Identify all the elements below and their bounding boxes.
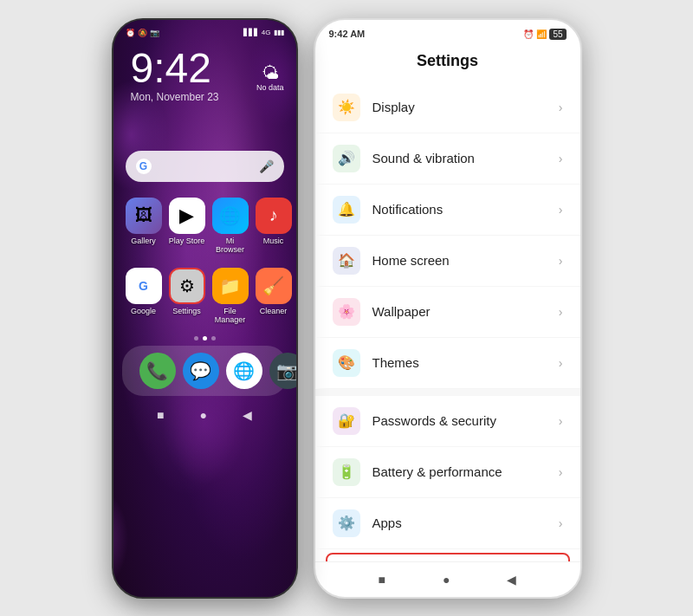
settings-section-1: ☀️ Display › 🔊 Sound & vibration › 🔔 Not… <box>315 82 580 389</box>
apps-chevron: › <box>559 516 563 530</box>
settings-page-title: Settings <box>315 43 580 82</box>
themes-icon: 🎨 <box>333 349 360 377</box>
dock-camera[interactable]: 📷 <box>269 353 298 389</box>
browser-label: Mi Browser <box>212 237 249 254</box>
dock-phone[interactable]: 📞 <box>139 353 176 389</box>
google-icon: G <box>126 268 162 304</box>
left-nav-square[interactable]: ■ <box>157 408 164 422</box>
settings-item-security[interactable]: 🔐 Passwords & security › <box>315 396 580 447</box>
sound-chevron: › <box>559 152 563 165</box>
playstore-icon: ▶ <box>169 198 205 234</box>
right-clock: 9:42 AM <box>329 29 366 39</box>
settings-item-notifications[interactable]: 🔔 Notifications › <box>315 185 580 236</box>
right-nav-bar: ■ ● ◀ <box>315 561 580 597</box>
signal-icon: ▋▋▋ <box>243 29 259 36</box>
battery-icon: ▮▮▮ <box>274 29 284 36</box>
right-battery-icon: 55 <box>549 29 566 40</box>
security-chevron: › <box>559 414 563 428</box>
left-status-icons: ⏰ 🔕 📷 <box>126 29 159 37</box>
themes-chevron: › <box>559 356 563 370</box>
settings-section-2: 🔐 Passwords & security › 🔋 Battery & per… <box>315 396 580 561</box>
chrome-icon: 🌐 <box>226 353 262 389</box>
settings-item-home[interactable]: 🏠 Home screen › <box>315 236 580 287</box>
gallery-icon: 🖼 <box>126 198 162 234</box>
app-grid-row2: G Google ⚙ Settings 📁 File Manager 🧹 Cle… <box>113 261 296 331</box>
sound-icon: 🔊 <box>333 145 360 172</box>
section-divider <box>315 389 580 396</box>
left-status-bar: ⏰ 🔕 📷 ▋▋▋ 4G ▮▮▮ <box>113 20 296 41</box>
music-label: Music <box>263 237 284 245</box>
right-nav-square[interactable]: ■ <box>379 573 385 587</box>
left-nav-circle[interactable]: ● <box>199 408 206 422</box>
wallpaper-chevron: › <box>559 305 563 319</box>
notif-chevron: › <box>559 203 563 217</box>
settings-icon: ⚙ <box>169 268 205 304</box>
settings-item-battery[interactable]: 🔋 Battery & performance › <box>315 447 580 498</box>
page-dots <box>113 336 296 340</box>
notif-icon: 🔔 <box>333 196 360 224</box>
right-signal-icon: 📶 <box>536 29 547 39</box>
battery-chevron: › <box>559 465 563 479</box>
notif-label: Notifications <box>372 202 559 217</box>
camera-icon: 📷 <box>269 353 298 389</box>
settings-label: Settings <box>172 307 201 315</box>
left-nav-back[interactable]: ◀ <box>243 408 252 422</box>
apps-label: Apps <box>372 515 559 530</box>
battery-label: Battery & performance <box>372 464 559 479</box>
security-icon: 🔐 <box>333 407 360 435</box>
browser-icon: 🌐 <box>212 198 249 234</box>
right-status-bar: 9:42 AM ⏰ 📶 55 <box>315 20 580 43</box>
display-chevron: › <box>559 101 563 114</box>
display-label: Display <box>372 100 559 114</box>
display-icon: ☀️ <box>333 94 360 121</box>
right-nav-circle[interactable]: ● <box>443 573 450 587</box>
home-label: Home screen <box>372 253 559 268</box>
settings-item-sound[interactable]: 🔊 Sound & vibration › <box>315 133 580 185</box>
cleaner-icon: 🧹 <box>256 268 292 304</box>
wallpaper-label: Wallpaper <box>372 304 559 319</box>
music-icon: ♪ <box>256 198 292 234</box>
wifi-icon: 4G <box>262 29 271 36</box>
weather-label: No data <box>256 83 284 92</box>
sound-label: Sound & vibration <box>372 151 559 165</box>
dot-3 <box>211 336 216 340</box>
settings-item-additional[interactable]: ••• Additional settings › <box>326 553 570 561</box>
app-gallery[interactable]: 🖼 Gallery <box>126 198 162 254</box>
wallpaper-icon: 🌸 <box>333 298 360 326</box>
app-browser[interactable]: 🌐 Mi Browser <box>212 198 249 254</box>
settings-list: ☀️ Display › 🔊 Sound & vibration › 🔔 Not… <box>315 82 580 561</box>
app-playstore[interactable]: ▶ Play Store <box>169 198 205 254</box>
left-nav-bar: ■ ● ◀ <box>113 399 296 431</box>
left-phone: ⏰ 🔕 📷 ▋▋▋ 4G ▮▮▮ 9:42 Mon, November 23 🌤… <box>112 18 298 599</box>
home-chevron: › <box>559 254 563 268</box>
search-bar[interactable]: G 🎤 <box>126 151 284 182</box>
security-label: Passwords & security <box>372 413 559 428</box>
weather-widget: 🌤 No data <box>256 63 284 92</box>
app-google[interactable]: G Google <box>126 268 162 324</box>
cleaner-label: Cleaner <box>260 307 288 315</box>
app-files[interactable]: 📁 File Manager <box>212 268 249 324</box>
dock-messages[interactable]: 💬 <box>183 353 219 389</box>
playstore-label: Play Store <box>169 237 205 245</box>
settings-item-themes[interactable]: 🎨 Themes › <box>315 338 580 389</box>
alarm-icon: ⏰ <box>126 29 135 37</box>
google-logo: G <box>136 159 152 174</box>
app-dock: 📞 💬 🌐 📷 <box>122 346 288 396</box>
dot-2 <box>203 336 207 340</box>
settings-item-apps[interactable]: ⚙️ Apps › <box>315 498 580 549</box>
right-nav-back[interactable]: ◀ <box>507 573 516 587</box>
mute-icon: 🔕 <box>138 29 147 37</box>
left-network-icons: ▋▋▋ 4G ▮▮▮ <box>243 29 284 36</box>
app-cleaner[interactable]: 🧹 Cleaner <box>256 268 292 324</box>
files-label: File Manager <box>212 307 249 324</box>
right-status-icons: ⏰ 📶 55 <box>523 29 566 40</box>
files-icon: 📁 <box>212 268 249 304</box>
right-alarm-icon: ⏰ <box>523 29 534 39</box>
app-music[interactable]: ♪ Music <box>256 198 292 254</box>
dock-chrome[interactable]: 🌐 <box>226 353 262 389</box>
settings-item-display[interactable]: ☀️ Display › <box>315 82 580 133</box>
mic-icon: 🎤 <box>259 159 274 173</box>
photo-icon: 📷 <box>150 29 159 37</box>
app-settings[interactable]: ⚙ Settings <box>169 268 205 324</box>
settings-item-wallpaper[interactable]: 🌸 Wallpaper › <box>315 287 580 338</box>
